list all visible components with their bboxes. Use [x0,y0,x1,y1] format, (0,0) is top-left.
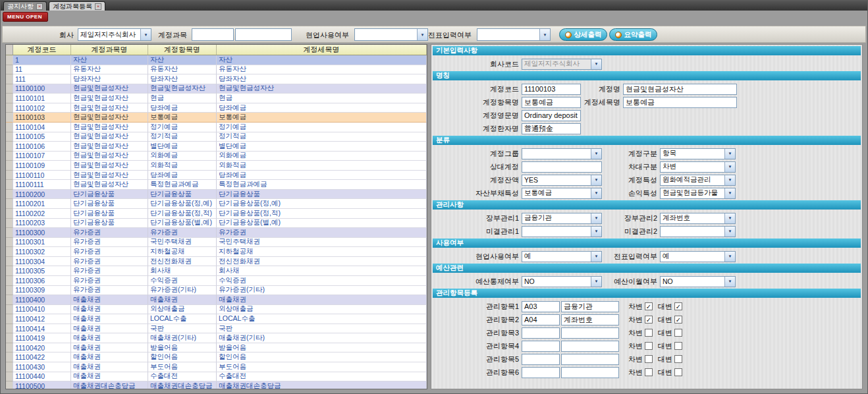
table-row[interactable]: 11 유동자산 유동자산 유동자산 [6,65,427,75]
row-selector-cell[interactable] [6,362,13,372]
row-selector-cell[interactable] [6,180,13,190]
table-row[interactable]: 11100106 현금및현금성자산 별단예금 별단예금 [6,142,427,152]
row-selector-cell[interactable] [6,152,13,161]
account-code-input[interactable] [192,28,234,41]
credit-checkbox[interactable] [674,316,682,324]
table-row[interactable]: 11100109 현금및현금성자산 외화적금 외화적금 [6,161,427,171]
table-row[interactable]: 11100430 매출채권 부도어음 부도어음 [6,362,427,372]
table-row[interactable]: 11100305 유가증권 회사채 회사채 [6,266,427,276]
acct-type-select[interactable]: 항목 [660,148,736,159]
company-select[interactable]: 제일저지주식회사 [78,28,151,41]
acct-name-input[interactable] [623,84,737,95]
mgmt-item-code-input[interactable] [522,327,560,339]
table-row[interactable]: 11100300 유가증권 유가증권 유가증권 [6,228,427,238]
table-row[interactable]: 11100111 현금및현금성자산 특정현금과예금 특정현금과예금 [6,180,427,190]
mgmt-item-name-input[interactable] [561,314,619,325]
voucher-entry-detail-select[interactable]: 예 [660,251,736,262]
table-row[interactable]: 11100201 단기금융상품 단기금융상품(정,예) 단기금융상품(정,예) [6,199,427,209]
table-row[interactable]: 11100101 현금및현금성자산 현금 현금 [6,94,427,103]
row-selector-cell[interactable] [6,209,13,219]
row-selector-cell[interactable] [6,228,13,238]
header-cell-name[interactable]: 계정과목명 [71,45,148,55]
table-row[interactable]: 11100414 매출채권 국판 국판 [6,324,427,334]
header-cell-item[interactable]: 계정항목명 [148,45,217,55]
row-selector-cell[interactable] [6,113,13,123]
row-selector-cell[interactable] [6,103,13,113]
acct-english-input[interactable] [522,110,581,121]
table-row[interactable]: 11100105 현금및현금성자산 정기적금 정기적금 [6,132,427,142]
row-selector-cell[interactable] [6,372,13,382]
budget-carryover-select[interactable]: NO [660,276,736,287]
table-row[interactable]: 1 자산 자산 자산 [6,55,427,65]
row-selector-cell[interactable] [6,266,13,276]
table-row[interactable]: 11100440 매출채권 수출대전 수출대전 [6,372,427,382]
mgmt-item-name-input[interactable] [561,367,619,378]
field-use-select[interactable] [354,28,428,41]
menu-open-button[interactable]: MENU OPEN [3,12,48,22]
table-row[interactable]: 11100301 유가증권 국민주택채권 국민주택채권 [6,238,427,248]
mgmt-item-name-input[interactable] [561,301,619,312]
close-icon[interactable] [95,3,101,10]
row-selector-cell[interactable] [6,238,13,248]
row-selector-cell[interactable] [6,171,13,181]
field-use-detail-select[interactable]: 예 [522,251,602,262]
row-selector-cell[interactable] [6,74,13,84]
table-row[interactable]: 11100202 단기금융상품 단기금융상품(정,적) 단기금융상품(정,적) [6,209,427,219]
credit-checkbox[interactable] [674,368,682,376]
book-mgmt2-select[interactable]: 계좌번호 [660,213,736,224]
acct-item-input[interactable] [522,97,581,108]
table-row[interactable]: 11100104 현금및현금성자산 정기예금 정기예금 [6,123,427,132]
table-row[interactable]: 11100500 매출채권대손충당금 매출채권대손충당금 매출채권대손충당금 [6,381,427,389]
acct-balance-select[interactable]: YES [522,175,602,186]
acct-group-select[interactable] [522,148,602,159]
acct-code-input[interactable] [522,84,581,95]
pending-mgmt1-select[interactable] [522,226,602,237]
row-selector-cell[interactable] [6,199,13,209]
account-name-input[interactable] [235,28,292,41]
counter-account-input[interactable] [522,161,602,173]
mgmt-item-name-input[interactable] [561,327,619,339]
credit-checkbox[interactable] [674,302,682,310]
credit-checkbox[interactable] [674,342,682,350]
summary-print-button[interactable]: 요약출력 [609,28,657,41]
row-selector-cell[interactable] [6,247,13,257]
table-row[interactable]: 11100306 유가증권 수익증권 수익증권 [6,276,427,286]
debit-checkbox[interactable] [645,329,653,337]
close-icon[interactable] [36,3,43,10]
mgmt-item-code-input[interactable] [522,341,560,352]
header-cell-code[interactable]: 계정코드 [13,45,71,55]
debit-checkbox[interactable] [645,342,653,350]
table-row[interactable]: 11100103 현금및현금성자산 보통예금 보통예금 [6,113,427,123]
row-selector-cell[interactable] [6,343,13,353]
mgmt-item-code-input[interactable] [522,301,560,312]
table-row[interactable]: 11100400 매출채권 매출채권 매출채권 [6,295,427,305]
row-selector-cell[interactable] [6,352,13,362]
table-row[interactable]: 11100420 매출채권 받을어음 받을어음 [6,343,427,353]
row-selector-cell[interactable] [6,324,13,334]
detail-print-button[interactable]: 상세출력 [559,28,607,41]
row-selector-cell[interactable] [6,65,13,75]
row-selector-cell[interactable] [6,161,13,171]
row-selector-cell[interactable] [6,276,13,286]
mgmt-item-code-input[interactable] [522,354,560,365]
tab-account-registration[interactable]: 계정과목등록 [49,1,105,11]
table-row[interactable]: 11100412 매출채권 LOCAL수출 LOCAL수출 [6,314,427,324]
row-selector-cell[interactable] [6,132,13,142]
book-mgmt1-select[interactable]: 금융기관 [522,213,602,224]
row-selector-cell[interactable] [6,305,13,315]
row-selector-cell[interactable] [6,314,13,324]
mgmt-item-code-input[interactable] [522,314,560,325]
acct-characteristic-select[interactable]: 원화예적금관리 [660,175,736,186]
row-selector-cell[interactable] [6,333,13,343]
table-row[interactable]: 11100107 현금및현금성자산 외화예금 외화예금 [6,152,427,161]
table-row[interactable]: 11100422 매출채권 할인어음 할인어음 [6,352,427,362]
row-selector-cell[interactable] [6,84,13,94]
table-row[interactable]: 11100110 현금및현금성자산 당좌예금 당좌예금 [6,171,427,181]
table-row[interactable]: 11100419 매출채권 매출채권(기타) 매출채권(기타) [6,333,427,343]
debit-checkbox[interactable] [645,302,653,310]
acct-detail-input[interactable] [623,97,737,108]
row-selector-cell[interactable] [6,257,13,267]
debit-checkbox[interactable] [645,368,653,376]
header-cell-detail[interactable]: 계정세목명 [217,45,427,55]
credit-checkbox[interactable] [674,329,682,337]
